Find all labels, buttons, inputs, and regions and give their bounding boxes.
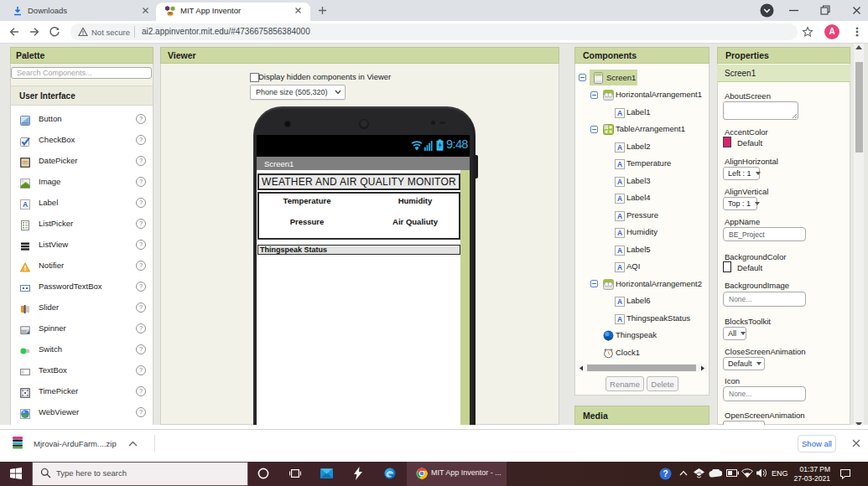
svg-text:A: A — [617, 263, 622, 271]
svg-text:A: A — [617, 160, 622, 168]
svg-text:A: A — [617, 297, 622, 306]
svg-text:201: 201 — [23, 161, 28, 164]
svg-text:A: A — [617, 229, 622, 237]
svg-text:A: A — [617, 143, 622, 152]
svg-text:A: A — [23, 200, 28, 209]
svg-text:?: ? — [663, 469, 668, 478]
svg-text:A: A — [617, 246, 622, 255]
svg-text:A: A — [617, 194, 622, 203]
svg-text:A: A — [617, 178, 622, 186]
svg-text:A: A — [617, 315, 622, 323]
svg-text:A: A — [617, 109, 622, 117]
svg-text:A: A — [617, 212, 622, 220]
